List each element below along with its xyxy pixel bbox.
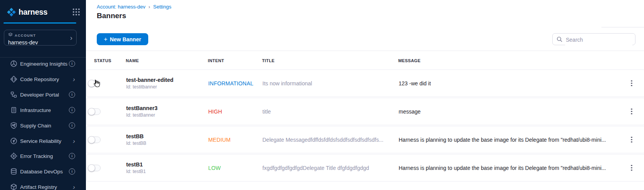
sidebar-item-label: Code Repository [20,76,59,82]
search-box [552,33,635,45]
banner-message: message [399,109,421,115]
toggle-knob [88,80,95,87]
engineering-insights-icon [10,60,17,68]
accent-divider [3,22,76,24]
breadcrumb: Account: harness-dev › Settings [97,4,171,10]
sidebar-item-label: Supply Chain [20,122,51,128]
row-menu-button[interactable] [627,163,636,173]
banner-intent: LOW [208,165,221,171]
account-selector[interactable]: ACCOUNT harness-dev › [4,30,77,46]
harness-logo-text: harness [19,8,48,17]
info-icon: i [69,92,75,98]
column-header-intent: INTENT [208,58,224,63]
column-header-message: MESSAGE [398,58,421,63]
table-row[interactable]: test-banner-edited Id: testitbanner INFO… [86,70,644,97]
info-icon: i [69,168,75,175]
status-toggle[interactable] [88,136,101,143]
service-reliability-icon [10,137,17,144]
toggle-knob [88,108,95,115]
new-banner-label: New Banner [110,36,141,42]
sidebar-item-database-devops[interactable]: Database DevOps i [0,164,86,179]
sidebar-item-label: Service Reliability [20,138,62,144]
banner-message: Harness is planning to update the base i… [399,137,606,143]
banner-message: 123 -we did it [399,80,431,87]
column-header-title: TITLE [262,58,275,63]
apps-grid-icon[interactable] [72,8,80,16]
chevron-right-icon: › [70,34,72,41]
status-toggle[interactable] [88,80,101,87]
breadcrumb-separator: › [149,4,150,10]
info-icon: i [69,61,75,67]
sidebar-item-error-tracking[interactable]: Error Tracking i [0,149,86,163]
chevron-right-icon: › [73,76,75,82]
column-header-status: STATUS [94,58,111,63]
banner-title: fxgdfgdfgdfgdfgdDelegate Title dfgfdgdfg… [262,165,369,171]
supply-chain-icon [10,122,17,129]
toggle-knob [88,164,95,171]
sidebar-item-developer-portal[interactable]: Developer Portal i [0,87,86,102]
status-toggle[interactable] [88,108,101,115]
banner-intent: MEDIUM [208,137,231,143]
info-icon: i [69,153,75,159]
infrastructure-icon [10,106,17,114]
sidebar-item-label: Error Tracking [20,153,53,159]
chevron-right-icon: › [73,137,75,144]
banner-name: testBB [126,133,146,140]
banner-name: testB1 [126,161,146,168]
banner-id: Id: testBB [126,140,146,146]
banner-message: Harness is planning to update the base i… [399,165,606,171]
header-right-divider [601,27,644,27]
breadcrumb-settings-link[interactable]: Settings [153,4,171,10]
sidebar-item-label: Engineering Insights [20,61,67,67]
sidebar: harness ACCOUNT harness-dev › [0,0,86,190]
banner-id: Id: testBanner [126,112,158,118]
toolbar-divider [86,51,644,51]
sidebar-item-artifact-registry[interactable]: Artifact Registry › [0,180,86,190]
info-icon: i [69,122,75,129]
chevron-right-icon: › [73,184,75,190]
toggle-knob [88,136,95,143]
new-banner-button[interactable]: + New Banner [97,33,148,45]
sidebar-item-service-reliability[interactable]: Service Reliability › [0,134,86,148]
banner-intent: HIGH [208,109,222,115]
info-icon: i [69,107,75,113]
sidebar-item-label: Developer Portal [20,92,59,97]
banner-name: testBanner3 [126,105,158,112]
code-repository-icon [10,75,17,83]
account-scope-icon [8,32,13,38]
banners-settings-page: harness ACCOUNT harness-dev › [0,0,644,190]
account-name: harness-dev [8,39,72,46]
page-title: Banners [97,12,126,20]
sidebar-item-engineering-insights[interactable]: Engineering Insights i [0,56,86,71]
banner-intent: INFORMATIONAL [208,80,253,87]
column-header-name: NAME [126,58,139,63]
breadcrumb-account-link[interactable]: Account: harness-dev [97,4,146,10]
banner-title: Delegate Messagedfdffdsfdfdsfsddfsdfsdfs… [262,137,384,143]
logo-row: harness [6,6,80,18]
search-input[interactable] [565,34,632,45]
search-icon [557,36,563,42]
banner-title: title [262,109,271,115]
banner-title: Its now informational [262,80,312,87]
sidebar-item-infrastructure[interactable]: Infrastructure i [0,103,86,117]
row-menu-button[interactable] [627,107,636,117]
plus-icon: + [104,36,107,43]
table-row[interactable]: testBanner3 Id: testBanner HIGH title me… [86,98,644,125]
banner-id: Id: testB1 [126,168,146,175]
account-label: ACCOUNT [15,34,36,37]
status-toggle[interactable] [88,165,101,171]
sidebar-item-label: Infrastructure [20,107,51,113]
row-menu-button[interactable] [627,135,636,145]
row-menu-button[interactable] [627,78,636,88]
table-row[interactable]: testB1 Id: testB1 LOW fxgdfgdfgdfgdfgdDe… [86,154,644,182]
database-devops-icon [10,168,17,175]
artifact-registry-icon [10,183,17,190]
sidebar-item-supply-chain[interactable]: Supply Chain i [0,118,86,133]
developer-portal-icon [10,91,17,98]
table-row[interactable]: testBB Id: testBB MEDIUM Delegate Messag… [86,126,644,153]
sidebar-item-code-repository[interactable]: Code Repository › [0,72,86,87]
harness-logo-icon [6,7,17,17]
error-tracking-icon [10,153,17,160]
sidebar-item-label: Artifact Registry [20,184,57,190]
banner-id: Id: testitbanner [126,84,173,90]
